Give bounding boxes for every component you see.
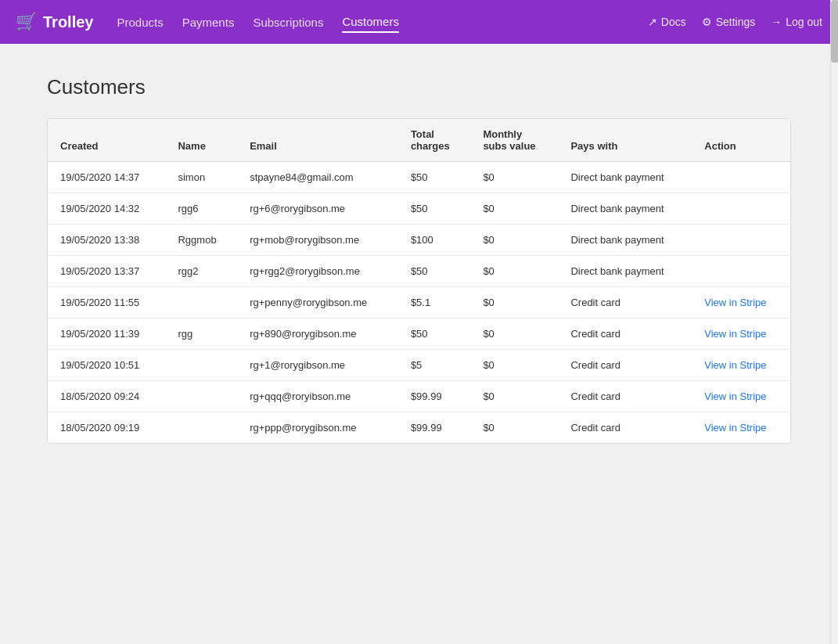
logout-icon: → (771, 16, 782, 28)
cell-email: rg+ppp@rorygibson.me (237, 412, 398, 444)
nav-link-customers[interactable]: Customers (342, 12, 399, 33)
cell-name: rgg (165, 318, 237, 350)
cell-total_charges: $50 (398, 256, 470, 287)
cell-monthly_subs_value: $0 (470, 162, 558, 193)
cell-pays_with: Direct bank payment (558, 225, 692, 256)
brand-logo[interactable]: 🛒 Trolley (16, 12, 93, 32)
cell-name: rgg2 (165, 256, 237, 287)
cell-pays_with: Direct bank payment (558, 193, 692, 225)
cell-action[interactable]: View in Stripe (692, 412, 790, 444)
cell-email: rg+mob@rorygibson.me (237, 225, 398, 256)
cell-monthly_subs_value: $0 (470, 193, 558, 225)
nav-link-payments[interactable]: Payments (182, 13, 235, 32)
nav-links: Products Payments Subscriptions Customer… (117, 12, 647, 33)
customers-table-container: Created Name Email Totalcharges Monthlys… (47, 118, 791, 444)
col-action: Action (692, 119, 790, 162)
cell-action[interactable]: View in Stripe (692, 381, 790, 412)
cell-email: rg+rgg2@rorygibson.me (237, 256, 398, 287)
cell-name: simon (165, 162, 237, 193)
col-total-charges: Totalcharges (398, 119, 470, 162)
cell-name: Rggmob (165, 225, 237, 256)
cell-total_charges: $5.1 (398, 287, 470, 318)
cell-total_charges: $100 (398, 225, 470, 256)
cell-email: stpayne84@gmail.com (237, 162, 398, 193)
col-monthly-subs-value: Monthlysubs value (470, 119, 558, 162)
table-row: 18/05/2020 09:24rg+qqq@roryibson.me$99.9… (48, 381, 790, 412)
cell-action[interactable]: View in Stripe (692, 350, 790, 381)
view-in-stripe-link[interactable]: View in Stripe (704, 390, 766, 402)
cell-pays_with: Credit card (558, 287, 692, 318)
cell-monthly_subs_value: $0 (470, 318, 558, 350)
table-header: Created Name Email Totalcharges Monthlys… (48, 119, 790, 162)
cell-pays_with: Credit card (558, 412, 692, 444)
nav-right: ↗ Docs ⚙ Settings → Log out (648, 16, 822, 28)
cart-icon: 🛒 (16, 12, 37, 32)
table-body: 19/05/2020 14:37simonstpayne84@gmail.com… (48, 162, 790, 444)
cell-total_charges: $99.99 (398, 412, 470, 444)
nav-link-subscriptions[interactable]: Subscriptions (253, 13, 323, 32)
cell-monthly_subs_value: $0 (470, 350, 558, 381)
page-title: Customers (47, 75, 791, 99)
view-in-stripe-link[interactable]: View in Stripe (704, 328, 766, 340)
cell-name (165, 350, 237, 381)
cell-email: rg+890@rorygibson.me (237, 318, 398, 350)
col-created: Created (48, 119, 165, 162)
cell-email: rg+6@rorygibson.me (237, 193, 398, 225)
view-in-stripe-link[interactable]: View in Stripe (704, 359, 766, 371)
table-row: 19/05/2020 11:55rg+penny@rorygibson.me$5… (48, 287, 790, 318)
cell-name (165, 381, 237, 412)
cell-action (692, 225, 790, 256)
table-row: 19/05/2020 11:39rggrg+890@rorygibson.me$… (48, 318, 790, 350)
external-link-icon: ↗ (648, 16, 657, 28)
main-content: Customers Created Name Email Totalcharge… (0, 44, 838, 475)
cell-created: 19/05/2020 13:38 (48, 225, 165, 256)
docs-link[interactable]: ↗ Docs (648, 16, 686, 28)
cell-monthly_subs_value: $0 (470, 381, 558, 412)
table-row: 19/05/2020 14:32rgg6rg+6@rorygibson.me$5… (48, 193, 790, 225)
table-row: 19/05/2020 14:37simonstpayne84@gmail.com… (48, 162, 790, 193)
scrollbar-thumb[interactable] (831, 0, 838, 63)
table-row: 19/05/2020 13:37rgg2rg+rgg2@rorygibson.m… (48, 256, 790, 287)
table-row: 18/05/2020 09:19rg+ppp@rorygibson.me$99.… (48, 412, 790, 444)
cell-pays_with: Direct bank payment (558, 256, 692, 287)
cell-total_charges: $50 (398, 162, 470, 193)
cell-created: 19/05/2020 11:55 (48, 287, 165, 318)
cell-created: 19/05/2020 14:37 (48, 162, 165, 193)
logout-link[interactable]: → Log out (771, 16, 822, 28)
gear-icon: ⚙ (702, 16, 712, 28)
cell-name (165, 412, 237, 444)
cell-monthly_subs_value: $0 (470, 287, 558, 318)
cell-created: 19/05/2020 10:51 (48, 350, 165, 381)
col-name: Name (165, 119, 237, 162)
cell-email: rg+qqq@roryibson.me (237, 381, 398, 412)
cell-action (692, 193, 790, 225)
cell-email: rg+penny@rorygibson.me (237, 287, 398, 318)
cell-action (692, 256, 790, 287)
cell-action[interactable]: View in Stripe (692, 287, 790, 318)
table-row: 19/05/2020 10:51rg+1@rorygibson.me$5$0Cr… (48, 350, 790, 381)
cell-created: 18/05/2020 09:19 (48, 412, 165, 444)
cell-created: 18/05/2020 09:24 (48, 381, 165, 412)
cell-monthly_subs_value: $0 (470, 256, 558, 287)
customers-table: Created Name Email Totalcharges Monthlys… (48, 119, 790, 443)
cell-total_charges: $99.99 (398, 381, 470, 412)
view-in-stripe-link[interactable]: View in Stripe (704, 422, 766, 434)
brand-name: Trolley (43, 13, 93, 31)
cell-pays_with: Credit card (558, 318, 692, 350)
cell-email: rg+1@rorygibson.me (237, 350, 398, 381)
col-email: Email (237, 119, 398, 162)
nav-link-products[interactable]: Products (117, 13, 163, 32)
view-in-stripe-link[interactable]: View in Stripe (704, 297, 766, 308)
cell-action[interactable]: View in Stripe (692, 318, 790, 350)
cell-pays_with: Credit card (558, 381, 692, 412)
cell-monthly_subs_value: $0 (470, 412, 558, 444)
cell-total_charges: $50 (398, 193, 470, 225)
cell-total_charges: $50 (398, 318, 470, 350)
cell-action (692, 162, 790, 193)
cell-name (165, 287, 237, 318)
scrollbar-track[interactable] (830, 0, 838, 475)
settings-link[interactable]: ⚙ Settings (702, 16, 756, 28)
cell-monthly_subs_value: $0 (470, 225, 558, 256)
cell-created: 19/05/2020 11:39 (48, 318, 165, 350)
table-header-row: Created Name Email Totalcharges Monthlys… (48, 119, 790, 162)
